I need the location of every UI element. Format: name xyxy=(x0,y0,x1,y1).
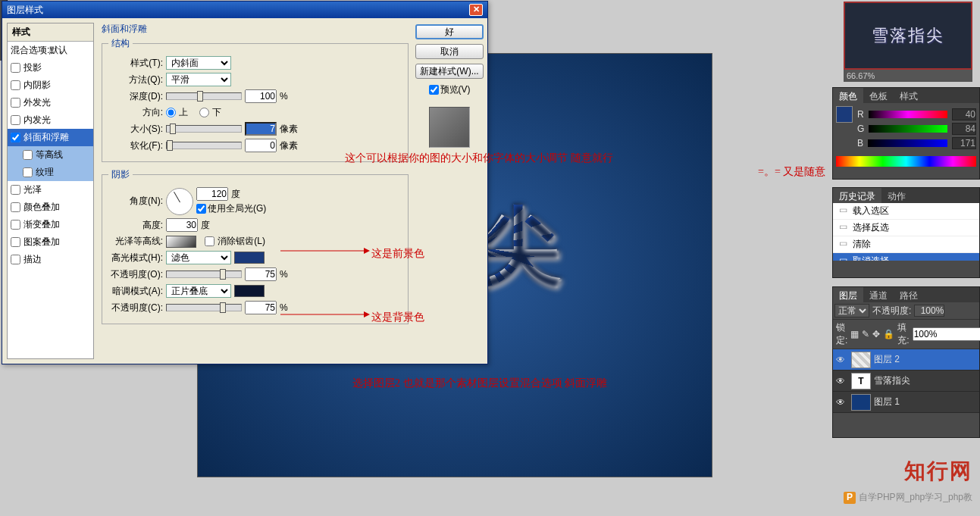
inp-layer-opacity[interactable] xyxy=(914,305,944,317)
tab-styles[interactable]: 样式 xyxy=(894,88,924,103)
tab-paths[interactable]: 路径 xyxy=(894,287,924,302)
slider-shop[interactable] xyxy=(166,304,242,311)
tab-color[interactable]: 颜色 xyxy=(833,88,863,103)
sel-tech[interactable]: 平滑 xyxy=(166,73,231,86)
sel-shmode[interactable]: 正片叠底 xyxy=(166,284,231,298)
style-grad-overlay[interactable]: 渐变叠加 xyxy=(8,216,93,233)
style-satin[interactable]: 光泽 xyxy=(8,181,93,199)
style-inner-glow[interactable]: 内发光 xyxy=(8,111,93,129)
slider-size[interactable] xyxy=(166,125,242,133)
chk-preview[interactable] xyxy=(429,85,439,95)
chk-global-light[interactable] xyxy=(196,204,206,214)
structure-group: 结构 样式(T):内斜面 方法(Q):平滑 深度(D):% 方向:上 下 大小(… xyxy=(102,37,409,162)
hist-deselect[interactable]: 取消选择 xyxy=(833,253,979,261)
layer-row-2[interactable]: 👁图层 2 xyxy=(833,349,979,371)
lbl-soft: 软化(F): xyxy=(108,139,163,152)
chk-patt-overlay[interactable] xyxy=(11,237,20,247)
hist-select-inverse[interactable]: 选择反选 xyxy=(833,220,979,236)
ok-button[interactable]: 好 xyxy=(415,24,484,39)
chk-stroke[interactable] xyxy=(11,255,20,264)
dialog-title-text: 图层样式 xyxy=(7,2,43,18)
close-icon[interactable]: ✕ xyxy=(469,4,483,16)
lock-trans-icon[interactable]: ▦ xyxy=(850,329,859,339)
style-stroke[interactable]: 描边 xyxy=(8,251,93,268)
sel-style[interactable]: 内斜面 xyxy=(166,56,231,70)
style-inner-shadow[interactable]: 内阴影 xyxy=(8,77,93,94)
layers-panel: 图层 通道 路径 正常 不透明度: 锁定: ▦ ✎ ✥ 🔒 填充: 👁图层 2 … xyxy=(832,286,980,438)
lock-all-icon[interactable]: 🔒 xyxy=(883,329,894,339)
lbl-himode: 高光模式(H): xyxy=(108,252,163,264)
color-panel: 颜色 色板 样式 R G B xyxy=(832,87,980,180)
inp-b[interactable] xyxy=(952,137,976,149)
inp-size[interactable] xyxy=(245,122,277,136)
style-outer-glow[interactable]: 外发光 xyxy=(8,94,93,111)
tab-swatches[interactable]: 色板 xyxy=(863,88,894,103)
slider-soft[interactable] xyxy=(166,142,242,149)
slider-hiop[interactable] xyxy=(166,271,242,278)
layer-row-1[interactable]: 👁图层 1 xyxy=(833,392,979,413)
chk-grad-overlay[interactable] xyxy=(11,220,20,230)
foreground-color-chip[interactable] xyxy=(836,106,853,123)
tab-history[interactable]: 历史记录 xyxy=(833,188,881,203)
chk-drop-shadow[interactable] xyxy=(11,63,20,73)
eye-icon[interactable]: 👁 xyxy=(833,355,848,365)
slider-r[interactable] xyxy=(869,111,947,118)
inp-r[interactable] xyxy=(952,108,976,120)
chk-inner-glow[interactable] xyxy=(11,115,20,125)
chk-color-overlay[interactable] xyxy=(11,202,20,212)
lbl-angle: 角度(N): xyxy=(108,195,163,208)
slider-g[interactable] xyxy=(869,125,947,133)
slider-depth[interactable] xyxy=(166,92,242,100)
gloss-contour-picker[interactable] xyxy=(166,236,196,248)
tab-channels[interactable]: 通道 xyxy=(863,287,894,302)
chk-antialias[interactable] xyxy=(205,236,214,246)
navigator-thumbnail[interactable]: 雪落指尖 xyxy=(844,2,972,70)
style-patt-overlay[interactable]: 图案叠加 xyxy=(8,233,93,251)
chk-outer-glow[interactable] xyxy=(11,98,20,108)
inp-angle[interactable] xyxy=(196,187,228,201)
hist-clear[interactable]: 清除 xyxy=(833,236,979,253)
style-texture[interactable]: 纹理 xyxy=(8,164,93,181)
blend-options-item[interactable]: 混合选项:默认 xyxy=(8,42,93,59)
radio-up[interactable] xyxy=(166,108,176,117)
chk-contour[interactable] xyxy=(23,150,33,160)
new-style-button[interactable]: 新建样式(W)... xyxy=(415,64,484,79)
chk-satin[interactable] xyxy=(11,185,20,195)
lbl-shmode: 暗调模式(A): xyxy=(108,285,163,298)
style-contour[interactable]: 等高线 xyxy=(8,146,93,164)
color-spectrum[interactable] xyxy=(836,156,976,167)
angle-dial[interactable] xyxy=(166,188,193,215)
inp-alt[interactable] xyxy=(166,218,198,232)
style-color-overlay[interactable]: 颜色叠加 xyxy=(8,199,93,216)
lbl-shop: 不透明度(C): xyxy=(108,302,163,314)
zoom-readout[interactable]: 66.67% xyxy=(844,70,972,82)
highlight-color-swatch[interactable] xyxy=(234,252,265,264)
inp-soft[interactable] xyxy=(245,139,277,152)
structure-legend: 结构 xyxy=(108,37,133,50)
sel-himode[interactable]: 滤色 xyxy=(166,251,231,264)
inp-layer-fill[interactable] xyxy=(913,327,980,341)
inp-depth[interactable] xyxy=(245,89,277,103)
chk-texture[interactable] xyxy=(23,167,33,177)
cancel-button[interactable]: 取消 xyxy=(415,44,484,59)
tab-actions[interactable]: 动作 xyxy=(881,188,912,203)
inp-shop[interactable] xyxy=(245,301,277,314)
sel-blend-mode[interactable]: 正常 xyxy=(834,304,869,317)
style-bevel[interactable]: 斜面和浮雕 xyxy=(8,129,93,146)
inp-g[interactable] xyxy=(952,123,976,135)
lock-paint-icon[interactable]: ✎ xyxy=(862,329,869,339)
slider-b[interactable] xyxy=(868,139,947,147)
eye-icon[interactable]: 👁 xyxy=(833,397,848,408)
hist-load-selection[interactable]: 载入选区 xyxy=(833,203,979,220)
dialog-titlebar[interactable]: 图层样式 ✕ xyxy=(2,2,487,18)
radio-down[interactable] xyxy=(199,108,209,117)
style-drop-shadow[interactable]: 投影 xyxy=(8,59,93,77)
chk-inner-shadow[interactable] xyxy=(11,80,20,90)
eye-icon[interactable]: 👁 xyxy=(833,376,848,386)
inp-hiop[interactable] xyxy=(245,267,277,281)
shadow-color-swatch[interactable] xyxy=(234,285,265,297)
lock-move-icon[interactable]: ✥ xyxy=(872,329,880,339)
tab-layers[interactable]: 图层 xyxy=(833,287,863,302)
chk-bevel[interactable] xyxy=(11,133,20,142)
layer-row-text[interactable]: 👁T雪落指尖 xyxy=(833,371,979,392)
